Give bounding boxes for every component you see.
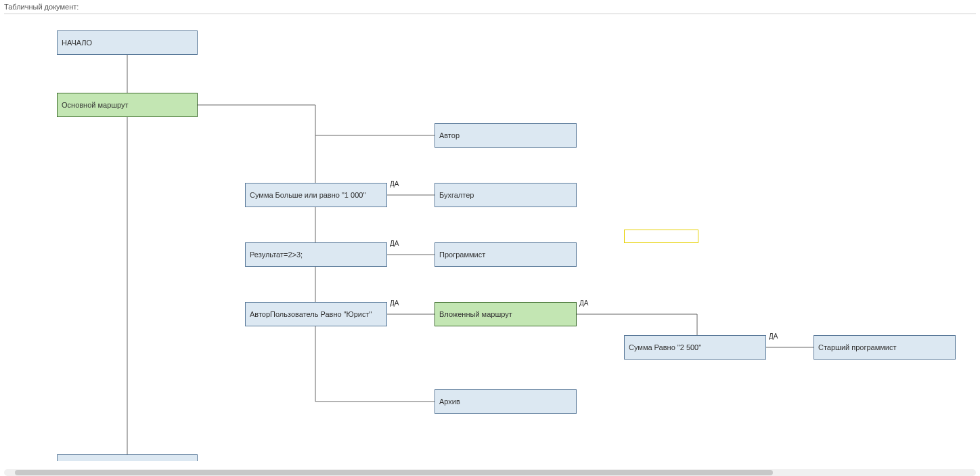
edge-yes-1: ДА [390, 180, 399, 188]
node-senior-programmer-label: Старший программист [818, 343, 897, 351]
node-cond-result-label: Результат=2>3; [250, 251, 303, 259]
edge-yes-5: ДА [769, 332, 778, 340]
node-main-route[interactable]: Основной маршрут [57, 93, 198, 117]
node-cond-sum-2500-label: Сумма Равно "2 500" [629, 343, 701, 351]
edge-yes-4: ДА [579, 299, 588, 307]
node-accountant[interactable]: Бухгалтер [435, 183, 577, 207]
node-end[interactable]: КОНЕЦ [57, 454, 198, 461]
document-canvas-wrapper: НАЧАЛО Основной маршрут Автор Сумма Боль… [4, 14, 976, 461]
node-start-label: НАЧАЛО [62, 39, 92, 47]
node-cond-sum-1000-label: Сумма Больше или равно "1 000" [250, 191, 365, 199]
node-nested-route-label: Вложенный маршрут [439, 310, 512, 318]
node-accountant-label: Бухгалтер [439, 191, 474, 199]
page-title: Табличный документ: [0, 0, 980, 14]
node-cond-author-lawyer-label: АвторПользователь Равно "Юрист" [250, 310, 372, 318]
node-author[interactable]: Автор [435, 123, 577, 148]
node-programmer-label: Программист [439, 251, 485, 259]
node-archive-label: Архив [439, 397, 460, 406]
node-cond-result[interactable]: Результат=2>3; [245, 242, 387, 267]
node-senior-programmer[interactable]: Старший программист [814, 335, 956, 360]
node-cond-author-lawyer[interactable]: АвторПользователь Равно "Юрист" [245, 302, 387, 326]
node-start[interactable]: НАЧАЛО [57, 30, 198, 55]
node-cond-sum-2500[interactable]: Сумма Равно "2 500" [624, 335, 766, 360]
edge-yes-3: ДА [390, 299, 399, 307]
flowchart-canvas[interactable]: НАЧАЛО Основной маршрут Автор Сумма Боль… [4, 14, 976, 461]
node-main-route-label: Основной маршрут [62, 101, 129, 109]
node-cond-sum-1000[interactable]: Сумма Больше или равно "1 000" [245, 183, 387, 207]
node-author-label: Автор [439, 131, 460, 139]
selected-cell[interactable] [624, 230, 698, 243]
node-nested-route[interactable]: Вложенный маршрут [435, 302, 577, 326]
edge-yes-2: ДА [390, 240, 399, 247]
node-programmer[interactable]: Программист [435, 242, 577, 267]
node-archive[interactable]: Архив [435, 389, 577, 414]
